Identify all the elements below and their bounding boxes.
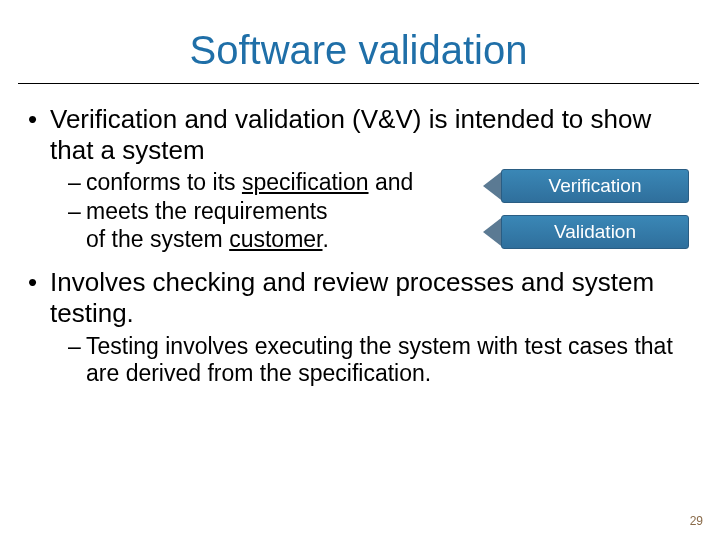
b1s2-l2-u: customer bbox=[229, 226, 322, 252]
b1s2-l1: meets the requirements bbox=[86, 198, 328, 224]
verification-label: Verification bbox=[501, 169, 689, 203]
b1s1-post: and bbox=[369, 169, 414, 195]
bullet-1-sub-1: conforms to its specification and bbox=[68, 169, 469, 196]
b1s1-pre: conforms to its bbox=[86, 169, 242, 195]
b1s1-u: specification bbox=[242, 169, 369, 195]
slide-title: Software validation bbox=[0, 0, 717, 83]
slide-content: Verification and validation (V&V) is int… bbox=[0, 84, 717, 387]
bullet-1: Verification and validation (V&V) is int… bbox=[28, 104, 689, 261]
bullet-1-text: Verification and validation (V&V) is int… bbox=[50, 104, 651, 165]
bullet-2: Involves checking and review processes a… bbox=[28, 267, 689, 387]
slide: Software validation Verification and val… bbox=[0, 0, 717, 538]
validation-tag: Validation bbox=[483, 215, 689, 249]
bullet-2-sub-1: Testing involves executing the system wi… bbox=[68, 333, 689, 387]
bullet-2-text: Involves checking and review processes a… bbox=[50, 267, 654, 328]
b2s1-text: Testing involves executing the system wi… bbox=[86, 333, 673, 386]
verification-tag: Verification bbox=[483, 169, 689, 203]
bullet-1-sub-2: meets the requirements of the system cus… bbox=[68, 198, 469, 252]
page-number: 29 bbox=[690, 514, 703, 528]
b1s2-l2-pre: of the system bbox=[86, 226, 229, 252]
b1s2-l2-post: . bbox=[323, 226, 329, 252]
validation-label: Validation bbox=[501, 215, 689, 249]
